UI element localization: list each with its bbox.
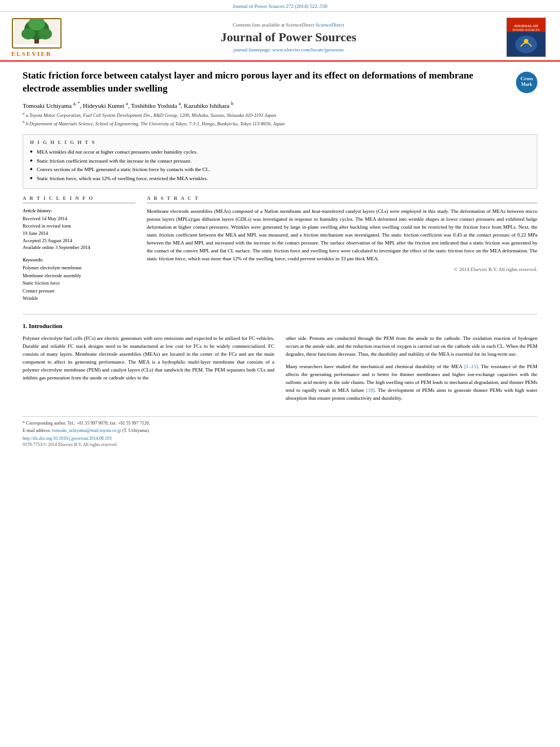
author-tomoaki: Tomoaki Uchiyama [23,102,72,109]
intro-para-1: Polymer electrolyte fuel cells (FCs) are… [23,335,274,382]
keywords-list: Polymer electrolyte membrane Membrane el… [23,264,135,303]
svg-text:Cross: Cross [520,76,533,81]
top-reference-bar: Journal of Power Sources 272 (2014) 522–… [0,0,560,12]
article-history: Article history: Received 14 May 2014 Re… [23,208,135,251]
ref-link-1-15[interactable]: [1–15] [464,364,478,369]
introduction-section: 1. Introduction Polymer electrolyte fuel… [23,322,537,407]
homepage-url[interactable]: www.elsevier.com/locate/jpowsour [273,47,344,53]
keyword-5: Wrinkle [23,295,135,303]
abstract-text: Membrane electrode assemblies (MEAs) com… [147,208,537,263]
authors-line: Tomoaki Uchiyama a, *, Hideyuki Kumei a,… [23,101,537,109]
keywords-label: Keywords: [23,257,135,263]
elsevier-logo-area: ELSEVIER [11,18,73,57]
journal-header: ELSEVIER Contents lists available at Sci… [0,12,560,62]
journal-cover-area: JOURNAL OF POWER SOURCES [504,18,549,57]
crossmark-badge[interactable]: Cross Mark [516,72,537,93]
article-info-abstract-section: A R T I C L E I N F O Article history: R… [23,195,537,308]
abstract-header: A B S T R A C T [147,195,537,203]
received-revised-label: Received in revised form [23,222,135,230]
journal-cover-image: JOURNAL OF POWER SOURCES [506,18,546,57]
journal-title: Journal of Power Sources [73,30,504,45]
introduction-col-2: other side. Protons are conducted throug… [286,335,537,407]
keyword-1: Polymer electrolyte membrane [23,264,135,272]
accepted-date: Accepted 25 August 2014 [23,237,135,244]
article-history-label: Article history: [23,208,135,213]
intro-para-3: Many researchers have studied the mechan… [286,363,537,403]
ref-link-10[interactable]: [10] [366,387,375,393]
homepage-line: journal homepage: www.elsevier.com/locat… [73,47,504,53]
sciencedirect-line: Contents lists available at ScienceDirec… [73,22,504,28]
svg-text:JOURNAL OF: JOURNAL OF [514,24,539,28]
intro-para-2: other side. Protons are conducted throug… [286,335,537,359]
elsevier-logo: ELSEVIER [11,18,73,57]
elsevier-text: ELSEVIER [11,50,52,57]
article-title: Static friction force between catalyst l… [23,69,516,95]
svg-point-3 [21,28,35,40]
article-info-header: A R T I C L E I N F O [23,195,135,203]
introduction-col-1: Polymer electrolyte fuel cells (FCs) are… [23,335,274,407]
keyword-3: Static friction force [23,279,135,287]
author-kazuhiko: Kazuhiko Ishihara [184,102,230,109]
section-divider [23,314,537,314]
header-center: Contents lists available at ScienceDirec… [73,22,504,53]
highlight-item-3: Convex sections of the MPL generated a s… [30,166,530,173]
svg-text:Mark: Mark [521,82,532,87]
email-note: E-mail address: tomoaki_uchiyama@mail.to… [23,427,537,434]
abstract-column: A B S T R A C T Membrane electrode assem… [147,195,537,308]
article-info-column: A R T I C L E I N F O Article history: R… [23,195,135,308]
crossmark-icon: Cross Mark [516,72,537,93]
footer-section: * Corresponding author. Tel.: +81 55 997… [23,416,537,447]
journal-reference: Journal of Power Sources 272 (2014) 522–… [233,3,327,9]
author-toshihiko: Toshihiko Yoshida [131,102,177,109]
introduction-title: 1. Introduction [23,322,537,329]
affiliation-2: b b Department of Materials Science, Sch… [23,120,537,128]
received-date: Received 14 May 2014 [23,215,135,222]
introduction-columns: Polymer electrolyte fuel cells (FCs) are… [23,335,537,407]
copyright-line: © 2014 Elsevier B.V. All rights reserved… [147,267,537,272]
elsevier-tree-icon [11,18,62,49]
svg-text:POWER SOURCES: POWER SOURCES [513,28,540,32]
svg-point-4 [38,28,52,40]
page: Journal of Power Sources 272 (2014) 522–… [0,0,560,747]
received-revised-date: 19 June 2014 [23,230,135,237]
keyword-4: Contact pressure [23,287,135,295]
sciencedirect-link[interactable]: ScienceDirect [316,22,344,28]
author-email[interactable]: tomoaki_uchiyama@mail.toyota.co.jp [52,428,121,433]
footer-links: http://dx.doi.org/10.1016/j.jpowsour.201… [23,436,537,441]
cover-svg: JOURNAL OF POWER SOURCES [507,18,545,57]
highlights-title: H I G H L I G H T S [30,139,530,145]
author-hideyuki: Hideyuki Kumei [83,102,125,109]
highlights-section: H I G H L I G H T S MEA wrinkles did not… [23,134,537,189]
highlight-item-1: MEA wrinkles did not occur at higher con… [30,148,530,156]
highlight-item-4: Static friction force, which was 12% of … [30,175,530,182]
corresponding-author-note: * Corresponding author. Tel.: +81 55 997… [23,420,537,426]
highlight-item-2: Static friction coefficient increased wi… [30,158,530,165]
keywords-block: Keywords: Polymer electrolyte membrane M… [23,257,135,303]
svg-point-11 [515,36,537,53]
affiliation-1: a a Toyota Motor Corporation, Fuel Cell … [23,111,537,119]
keyword-2: Membrane electrode assembly [23,272,135,280]
footer-copyright: 0378-7753/© 2014 Elsevier B.V. All right… [23,442,537,447]
doi-link[interactable]: http://dx.doi.org/10.1016/j.jpowsour.201… [23,436,112,441]
svg-point-12 [524,39,528,43]
main-content: Static friction force between catalyst l… [0,62,560,455]
available-online: Available online 3 September 2014 [23,244,135,251]
article-title-section: Static friction force between catalyst l… [23,69,537,95]
